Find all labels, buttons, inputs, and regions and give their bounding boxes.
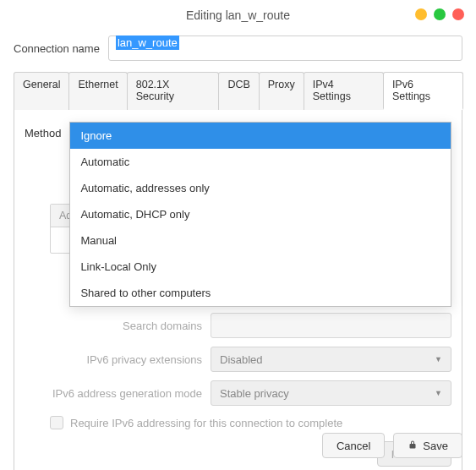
titlebar: Editing lan_w_route [0, 0, 476, 30]
privacy-select[interactable]: Disabled ▼ [211, 347, 451, 372]
gen-mode-select[interactable]: Stable privacy ▼ [211, 380, 451, 406]
connection-name-row: Connection name lan_w_route [14, 36, 462, 61]
tab-dcb[interactable]: DCB [218, 72, 259, 110]
gen-mode-label: IPv6 address generation mode [25, 387, 202, 400]
window-close-button[interactable] [452, 8, 464, 20]
save-button[interactable]: Save [393, 433, 462, 458]
require-ipv6-label: Require IPv6 addressing for this connect… [70, 417, 342, 429]
method-option-automatic[interactable]: Automatic [70, 149, 451, 175]
tab-general[interactable]: General [14, 72, 69, 110]
gen-mode-row: IPv6 address generation mode Stable priv… [25, 380, 451, 406]
require-ipv6-checkbox[interactable] [50, 416, 63, 429]
tab-ipv6[interactable]: IPv6 Settings [383, 72, 463, 110]
content-area: Connection name lan_w_route General Ethe… [0, 30, 476, 470]
dialog-footer: Cancel Save [322, 433, 462, 458]
search-domains-input[interactable] [211, 313, 451, 338]
tabs-bar: General Ethernet 802.1X Security DCB Pro… [14, 71, 462, 110]
lock-icon [408, 440, 418, 452]
window-controls [415, 8, 464, 20]
method-option-linklocal[interactable]: Link-Local Only [70, 254, 451, 280]
method-option-shared[interactable]: Shared to other computers [70, 280, 451, 306]
method-option-ignore[interactable]: Ignore [70, 123, 451, 149]
window-title-name: lan_w_route [226, 8, 290, 22]
tab-ethernet[interactable]: Ethernet [68, 72, 127, 110]
method-option-automatic-dhcp[interactable]: Automatic, DHCP only [70, 201, 451, 227]
tab-8021x[interactable]: 802.1X Security [127, 72, 220, 110]
tab-panel-ipv6: Method Ignore Automatic Automatic, addre… [14, 110, 462, 470]
privacy-value: Disabled [220, 353, 263, 366]
window-title: Editing lan_w_route [186, 8, 290, 22]
search-domains-row: Search domains [25, 313, 451, 338]
gen-mode-value: Stable privacy [220, 387, 289, 400]
connection-name-label: Connection name [14, 42, 100, 55]
dialog-window: Editing lan_w_route Connection name lan_… [0, 0, 476, 470]
tab-proxy[interactable]: Proxy [259, 72, 304, 110]
require-ipv6-row: Require IPv6 addressing for this connect… [25, 416, 451, 429]
privacy-label: IPv6 privacy extensions [25, 353, 202, 366]
search-domains-label: Search domains [25, 320, 202, 332]
window-maximize-button[interactable] [434, 8, 446, 20]
method-label: Method [25, 122, 61, 139]
chevron-down-icon: ▼ [435, 355, 442, 363]
privacy-row: IPv6 privacy extensions Disabled ▼ [25, 347, 451, 372]
connection-name-input[interactable]: lan_w_route [108, 36, 462, 61]
window-minimize-button[interactable] [415, 8, 427, 20]
method-option-automatic-addresses[interactable]: Automatic, addresses only [70, 175, 451, 201]
connection-name-value: lan_w_route [116, 36, 179, 50]
window-title-prefix: Editing [186, 8, 222, 22]
cancel-button[interactable]: Cancel [322, 433, 385, 458]
method-option-manual[interactable]: Manual [70, 227, 451, 254]
chevron-down-icon: ▼ [435, 389, 442, 397]
save-button-label: Save [423, 440, 448, 452]
method-row: Method Ignore Automatic Automatic, addre… [25, 122, 451, 139]
tab-ipv4[interactable]: IPv4 Settings [304, 72, 384, 110]
method-dropdown-list: Ignore Automatic Automatic, addresses on… [69, 122, 451, 307]
